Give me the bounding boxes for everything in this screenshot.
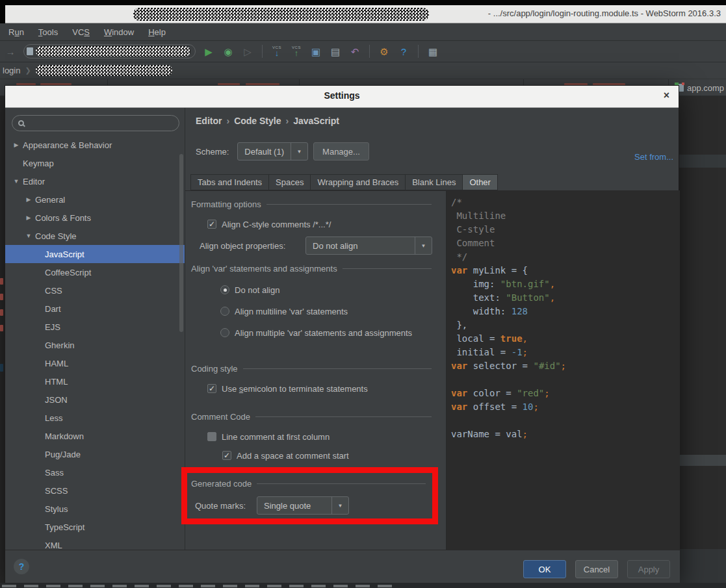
sidebar-item-label: Dart bbox=[45, 304, 61, 314]
sidebar-item-label: Pug/Jade bbox=[45, 450, 81, 459]
sidebar-item-sass[interactable]: Sass bbox=[5, 463, 185, 481]
menu-vcs[interactable]: VCS bbox=[65, 27, 97, 37]
sidebar-item-markdown[interactable]: Markdown bbox=[5, 427, 185, 445]
export-settings-icon[interactable]: ▦ bbox=[426, 45, 439, 58]
rollback-icon[interactable]: ↶ bbox=[348, 45, 361, 58]
manage-button[interactable]: Manage... bbox=[313, 142, 369, 160]
tab-blank-lines[interactable]: Blank Lines bbox=[405, 174, 463, 190]
sidebar-item-haml[interactable]: HAML bbox=[5, 354, 185, 372]
radio-label: Align multiple 'var' statements and assi… bbox=[235, 328, 412, 338]
dialog-titlebar[interactable]: Settings × bbox=[5, 86, 679, 108]
chevron-down-icon[interactable]: ▼ bbox=[291, 143, 307, 160]
sidebar-item-code-style[interactable]: ▼Code Style bbox=[5, 227, 185, 245]
menu-help[interactable]: Help bbox=[141, 27, 173, 37]
help-icon[interactable]: ? bbox=[14, 559, 29, 574]
sidebar-item-appearance-behavior[interactable]: ▶Appearance & Behavior bbox=[5, 136, 185, 154]
chevron-down-icon[interactable]: ▼ bbox=[415, 237, 432, 254]
close-icon[interactable]: × bbox=[664, 90, 669, 101]
checkbox-add-space-comment-start[interactable]: ✓ Add a space at comment start bbox=[222, 449, 349, 462]
settings-sidebar: ▶Appearance & BehaviorKeymap▼Editor▶Gene… bbox=[5, 108, 185, 550]
sidebar-item-pug-jade[interactable]: Pug/Jade bbox=[5, 445, 185, 463]
checkbox-icon[interactable]: ✓ bbox=[207, 220, 216, 229]
checkbox-line-comment-first-column[interactable]: ✓ Line comment at first column bbox=[207, 430, 330, 443]
scheme-combo[interactable]: Default (1) ▼ bbox=[237, 142, 308, 160]
cancel-button[interactable]: Cancel bbox=[575, 560, 618, 578]
sidebar-item-gherkin[interactable]: Gherkin bbox=[5, 336, 185, 354]
tab-spaces[interactable]: Spaces bbox=[268, 174, 311, 190]
sidebar-item-json[interactable]: JSON bbox=[5, 390, 185, 409]
collapse-icon[interactable]: ▼ bbox=[12, 178, 20, 185]
status-bar-sliver bbox=[0, 583, 726, 588]
checkbox-icon[interactable]: ✓ bbox=[207, 384, 216, 393]
sidebar-item-editor[interactable]: ▼Editor bbox=[5, 172, 185, 190]
expand-icon[interactable]: ▶ bbox=[12, 142, 20, 148]
window-title: - .../src/app/login/login-routing.module… bbox=[488, 8, 721, 18]
sidebar-item-javascript[interactable]: JavaScript bbox=[5, 245, 185, 263]
run-configuration-combo[interactable] bbox=[23, 44, 196, 58]
sidebar-item-scss[interactable]: SCSS bbox=[5, 481, 185, 500]
checkbox-icon[interactable]: ✓ bbox=[207, 432, 216, 441]
chevron-down-icon[interactable]: ▼ bbox=[331, 497, 348, 514]
sidebar-item-keymap[interactable]: Keymap bbox=[5, 154, 185, 172]
dialog-title: Settings bbox=[5, 90, 679, 101]
sidebar-item-colors-fonts[interactable]: ▶Colors & Fonts bbox=[5, 209, 185, 227]
tab-wrapping-and-braces[interactable]: Wrapping and Braces bbox=[310, 174, 406, 190]
search-input[interactable] bbox=[24, 117, 179, 130]
code-line: /* bbox=[451, 196, 680, 209]
sidebar-item-ejs[interactable]: EJS bbox=[5, 318, 185, 336]
expand-icon[interactable]: ▶ bbox=[25, 214, 32, 221]
radio-button-icon[interactable] bbox=[220, 328, 229, 337]
main-toolbar: →▶◉▷VCS↓VCS↑▣▤↶⚙?▦ bbox=[0, 41, 726, 62]
group-coding-style: Coding style bbox=[185, 363, 446, 374]
debug-icon[interactable]: ◉ bbox=[222, 45, 235, 58]
checkbox-label: Add a space at comment start bbox=[237, 451, 349, 461]
radio-button-icon[interactable] bbox=[220, 285, 229, 294]
tab-other[interactable]: Other bbox=[462, 174, 498, 190]
tree-scrollbar[interactable] bbox=[179, 154, 183, 332]
menu-window[interactable]: Window bbox=[97, 27, 141, 37]
menu-run[interactable]: Run bbox=[1, 27, 31, 37]
align-object-properties-combo[interactable]: Do not align ▼ bbox=[305, 236, 432, 255]
expand-icon[interactable]: ▶ bbox=[25, 196, 32, 203]
run-with-coverage-icon[interactable]: ▷ bbox=[241, 45, 254, 58]
checkbox-use-semicolon[interactable]: ✓ Use semicolon to terminate statements bbox=[207, 382, 368, 395]
nav-crumb-login[interactable]: login bbox=[3, 66, 20, 75]
sidebar-item-typescript[interactable]: TypeScript bbox=[5, 518, 185, 536]
dialog-bottom-bar: ? OK Cancel Apply bbox=[5, 550, 680, 583]
collapse-icon[interactable]: ▼ bbox=[25, 233, 32, 239]
changes-icon[interactable]: ▤ bbox=[329, 45, 342, 58]
sidebar-item-less[interactable]: Less bbox=[5, 409, 185, 427]
sidebar-item-css[interactable]: CSS bbox=[5, 281, 185, 300]
checkbox-icon[interactable]: ✓ bbox=[222, 451, 231, 460]
quote-marks-combo[interactable]: Single quote ▼ bbox=[257, 496, 349, 515]
sidebar-item-html[interactable]: HTML bbox=[5, 372, 185, 390]
radio-button-icon[interactable] bbox=[220, 307, 229, 316]
radio-align-multiline-var-statements[interactable]: Align multiline 'var' statements bbox=[220, 305, 412, 318]
scheme-label: Scheme: bbox=[196, 147, 229, 157]
checkbox-label: Use semicolon to terminate statements bbox=[222, 384, 368, 394]
forward-arrow-icon[interactable]: → bbox=[4, 45, 17, 58]
sidebar-item-stylus[interactable]: Stylus bbox=[5, 500, 185, 518]
menu-tools[interactable]: Tools bbox=[31, 27, 65, 37]
ok-button[interactable]: OK bbox=[523, 560, 566, 578]
sidebar-item-general[interactable]: ▶General bbox=[5, 190, 185, 209]
settings-search-box[interactable] bbox=[12, 115, 179, 131]
vcs-update-icon[interactable]: VCS↓ bbox=[270, 45, 283, 58]
settings-wrench-icon[interactable]: ⚙ bbox=[378, 45, 391, 58]
sidebar-item-xml[interactable]: XML bbox=[5, 536, 185, 550]
run-icon[interactable]: ▶ bbox=[202, 45, 215, 58]
sidebar-item-coffeescript[interactable]: CoffeeScript bbox=[5, 263, 185, 281]
help-icon[interactable]: ? bbox=[397, 45, 410, 58]
radio-align-multiple-var-statements-and-assignments[interactable]: Align multiple 'var' statements and assi… bbox=[220, 326, 412, 339]
radio-label: Align multiline 'var' statements bbox=[235, 307, 348, 316]
sidebar-item-label: TypeScript bbox=[45, 522, 84, 532]
set-from-link[interactable]: Set from... bbox=[634, 152, 673, 162]
checkbox-align-c-style-comments[interactable]: ✓ Align C-style comments /*...*/ bbox=[207, 218, 331, 231]
sidebar-item-dart[interactable]: Dart bbox=[5, 300, 185, 318]
toolbox-icon[interactable]: ▣ bbox=[309, 45, 322, 58]
radio-do-not-align[interactable]: Do not align bbox=[220, 283, 412, 296]
code-line: width: 128 bbox=[451, 305, 680, 318]
vcs-commit-icon[interactable]: VCS↑ bbox=[290, 45, 303, 58]
sidebar-item-label: XML bbox=[45, 541, 62, 550]
tab-tabs-and-indents[interactable]: Tabs and Indents bbox=[190, 174, 269, 190]
